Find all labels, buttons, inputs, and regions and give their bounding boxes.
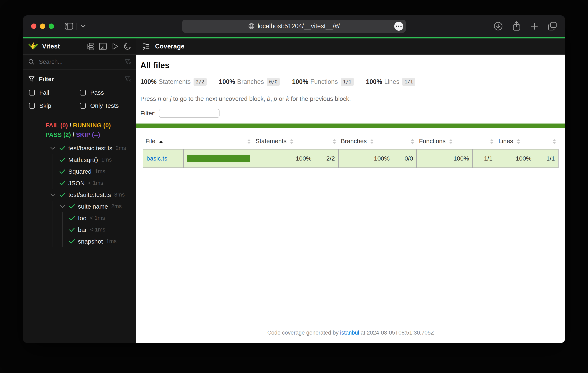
summary-line-2: PASS (2) / SKIP (--) — [45, 130, 111, 139]
minimize-window-button[interactable] — [40, 23, 45, 29]
vitest-accent-line — [23, 37, 565, 38]
keyboard-hint: Press n or j to go to the next uncovered… — [140, 95, 561, 102]
play-icon — [112, 43, 119, 50]
tree-view-button[interactable] — [87, 43, 94, 50]
filter-section: Filter Fail — [23, 70, 136, 110]
running-count: RUNNING (0) — [73, 122, 111, 129]
sort-ascending-icon — [159, 141, 163, 143]
tabs-icon — [548, 22, 557, 31]
tree-row[interactable]: test/basic.test.ts 2ms — [23, 142, 136, 154]
istanbul-link[interactable]: istanbul — [340, 330, 359, 336]
filter-checkbox[interactable]: Fail — [29, 89, 80, 96]
test-name: Math.sqrt() — [68, 156, 98, 163]
tree-row[interactable]: bar < 1ms — [23, 224, 136, 236]
close-window-button[interactable] — [31, 23, 36, 29]
column-header-lines[interactable]: Lines — [496, 133, 535, 149]
filter-checkbox[interactable]: Only Tests — [80, 102, 131, 109]
share-button[interactable] — [512, 21, 521, 31]
test-name: JSON — [68, 180, 85, 187]
coverage-title: Coverage — [155, 43, 185, 50]
stat-percent: 100% — [292, 78, 308, 85]
tab-overview-button[interactable] — [548, 22, 557, 31]
coverage-filter-input[interactable] — [159, 109, 220, 118]
column-header-functions[interactable]: Functions — [417, 133, 472, 149]
tab-group-chevron-button[interactable] — [80, 24, 86, 28]
column-header-branches-fraction[interactable] — [393, 133, 416, 149]
tree-row[interactable]: foo < 1ms — [23, 212, 136, 224]
search-icon — [28, 59, 35, 65]
column-header-lines-fraction[interactable] — [535, 133, 558, 149]
test-duration: 1ms — [95, 168, 105, 175]
filter-options: Fail Pass Skip — [28, 89, 131, 109]
theme-toggle-button[interactable] — [124, 43, 131, 50]
column-header-file[interactable]: File — [143, 133, 184, 149]
coverage-table: File Statements — [143, 133, 558, 168]
filter-title: Filter — [39, 76, 54, 83]
plus-icon — [530, 22, 538, 30]
check-icon — [57, 154, 67, 166]
chevron-down-icon[interactable] — [57, 201, 67, 212]
stat-fraction: 0/0 — [267, 78, 280, 86]
chevron-down-icon[interactable] — [48, 142, 57, 154]
sidebar-search — [23, 55, 136, 70]
search-input[interactable] — [39, 59, 120, 65]
fail-count: FAIL (0) — [45, 122, 68, 129]
check-icon — [67, 236, 77, 247]
skip-count: SKIP (--) — [76, 131, 100, 138]
dashboard-button[interactable] — [99, 43, 107, 50]
tree-row[interactable]: Math.sqrt() 1ms — [23, 154, 136, 166]
sort-icon — [553, 139, 556, 144]
stat-label: Branches — [237, 78, 264, 85]
checkbox-label: Pass — [90, 89, 104, 96]
tree-row[interactable]: test/suite.test.ts 3ms — [23, 189, 136, 201]
column-header-statements-fraction[interactable] — [315, 133, 338, 149]
tree-row[interactable]: suite name 2ms — [23, 201, 136, 212]
filter-icon — [28, 76, 35, 82]
tree-row[interactable]: JSON < 1ms — [23, 177, 136, 189]
toolbar-divider — [76, 23, 77, 30]
filter-checkbox[interactable]: Skip — [29, 102, 80, 109]
page-options-button[interactable] — [394, 22, 403, 31]
clear-filter-icon[interactable] — [124, 59, 131, 65]
test-name: foo — [78, 215, 86, 222]
run-all-button[interactable] — [112, 43, 119, 50]
new-tab-button[interactable] — [530, 22, 538, 30]
tree-indent-guide — [48, 236, 57, 247]
column-header-branches[interactable]: Branches — [338, 133, 393, 149]
app-title: Vitest — [42, 43, 60, 50]
column-header-functions-fraction[interactable] — [472, 133, 496, 149]
share-icon — [512, 21, 521, 31]
list-tree-icon — [87, 43, 94, 50]
zoom-window-button[interactable] — [49, 23, 54, 29]
checkbox[interactable] — [29, 103, 35, 109]
downloads-button[interactable] — [494, 21, 503, 31]
check-icon — [67, 212, 77, 224]
clear-filter-icon[interactable] — [124, 76, 131, 82]
tree-indent-guide — [48, 166, 57, 177]
sort-icon — [370, 139, 374, 144]
address-bar[interactable]: localhost:51204/__vitest__/#/ — [182, 20, 406, 33]
tree-indent-guide — [48, 177, 57, 189]
file-link[interactable]: basic.ts — [147, 155, 167, 162]
test-summary: FAIL (0) / RUNNING (0) PASS (2) / SKIP (… — [23, 120, 136, 139]
coverage-report: All files 100% Statements 2/2 100% Branc… — [136, 55, 565, 343]
summary-line-1: FAIL (0) / RUNNING (0) — [45, 121, 111, 130]
tree-indent-guide — [48, 154, 57, 166]
test-duration: 3ms — [114, 192, 125, 198]
tree-row[interactable]: snapshot 1ms — [23, 236, 136, 247]
tree-indent-guide — [57, 224, 67, 236]
toggle-sidebar-button[interactable] — [65, 22, 73, 30]
chevron-down-icon — [80, 24, 86, 28]
functions-fraction: 1/1 — [472, 149, 496, 168]
checkbox[interactable] — [80, 103, 86, 109]
tree-row[interactable]: Squared 1ms — [23, 166, 136, 177]
column-header-chart[interactable] — [184, 133, 253, 149]
checkbox[interactable] — [80, 90, 86, 95]
checkbox[interactable] — [29, 90, 35, 95]
sort-icon — [517, 139, 520, 144]
filter-checkbox[interactable]: Pass — [80, 89, 131, 96]
branches-percent: 100% — [338, 149, 393, 168]
chevron-down-icon[interactable] — [48, 189, 57, 201]
column-header-statements[interactable]: Statements — [253, 133, 315, 149]
check-icon — [57, 189, 67, 201]
